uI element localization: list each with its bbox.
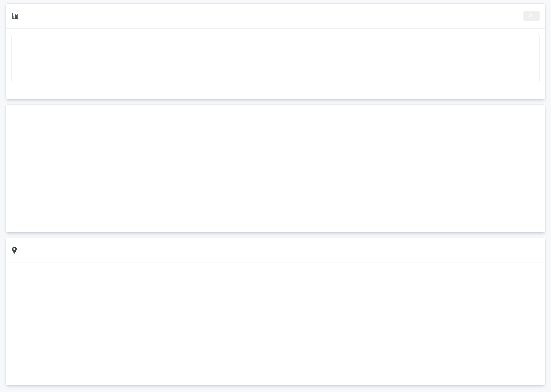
rates-row-bottom xyxy=(6,112,545,124)
geo-table xyxy=(279,263,538,280)
geo-body xyxy=(6,263,545,385)
rates-card xyxy=(6,105,545,232)
geo-header xyxy=(6,238,545,263)
tracking-stats-header xyxy=(6,4,545,28)
map-pin-icon xyxy=(11,246,17,254)
bar-chart-icon xyxy=(11,12,19,20)
tracking-stats-card xyxy=(6,3,545,99)
rates-row-top xyxy=(6,105,545,112)
summary-stats-box xyxy=(11,34,540,83)
geo-table-header xyxy=(279,263,538,280)
export-icon xyxy=(528,13,533,19)
geo-pie-chart xyxy=(34,287,141,385)
export-basic-stats-button[interactable] xyxy=(523,11,540,21)
campaign-geo-opens-card xyxy=(6,238,545,385)
